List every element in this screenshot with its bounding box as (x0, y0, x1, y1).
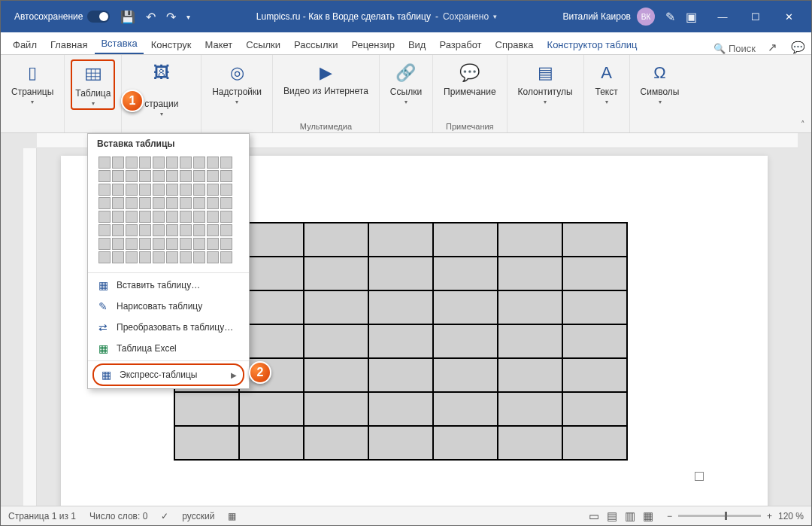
vertical-ruler[interactable] (23, 148, 37, 506)
status-bar: Страница 1 из 1 Число слов: 0 ✓ русский … (1, 506, 811, 525)
convert-icon: ⇄ (97, 321, 109, 333)
tab-file[interactable]: Файл (7, 35, 43, 54)
status-page[interactable]: Страница 1 из 1 (8, 511, 76, 521)
read-view-icon[interactable]: ▤ (607, 509, 617, 523)
collapse-ribbon-icon[interactable]: ˄ (801, 120, 805, 129)
zoom-out-icon[interactable]: − (667, 511, 672, 521)
callout-1: 1 (121, 90, 144, 112)
search-box[interactable]: 🔍 Поиск (714, 43, 756, 54)
document-title: Lumpics.ru - Как в Ворде сделать таблицу (256, 11, 431, 22)
tab-table-design[interactable]: Конструктор таблиц (541, 35, 644, 54)
text-button[interactable]: A Текст ▾ (590, 59, 623, 107)
title-bar: Автосохранение 💾 ↶ ↷ ▾ Lumpics.ru - Как … (1, 1, 811, 32)
qat-dropdown-icon[interactable]: ▾ (186, 13, 190, 21)
tab-review[interactable]: Рецензир (345, 35, 401, 54)
group-symbols: Ω Символы ▾ (630, 55, 690, 132)
group-label-comments: Примечания (446, 120, 494, 131)
group-headerfooter: ▤ Колонтитулы ▾ (508, 55, 584, 132)
status-word-count[interactable]: Число слов: 0 (89, 511, 147, 521)
table-dropdown: Вставка таблицы ▦ Вставить таблицу… ✎ На… (87, 133, 250, 389)
headerfooter-button[interactable]: ▤ Колонтитулы ▾ (514, 59, 577, 107)
web-layout-icon[interactable]: ▦ (643, 509, 653, 523)
submenu-arrow-icon: ▶ (231, 371, 237, 379)
zoom-in-icon[interactable]: + (767, 511, 772, 521)
table-grid-selector[interactable] (88, 152, 249, 271)
pages-button[interactable]: ▯ Страницы ▾ (7, 59, 58, 107)
table-resize-handle[interactable] (695, 472, 704, 481)
zoom-slider[interactable] (678, 515, 761, 517)
status-language[interactable]: русский (182, 511, 214, 521)
toggle-switch-icon[interactable] (87, 11, 110, 23)
user-area[interactable]: Виталий Каиров ВК (562, 8, 655, 26)
close-button[interactable]: ✕ (772, 1, 805, 32)
addins-button[interactable]: ◎ Надстройки ▾ (208, 59, 266, 107)
group-label-media: Мультимедиа (300, 120, 352, 131)
view-buttons: ▭ ▤ ▥ ▦ (589, 509, 653, 523)
tab-help[interactable]: Справка (489, 35, 540, 54)
tab-design[interactable]: Конструк (145, 35, 198, 54)
print-layout-icon[interactable]: ▥ (625, 509, 635, 523)
user-avatar[interactable]: ВК (637, 8, 655, 26)
group-addins: ◎ Надстройки ▾ (201, 55, 273, 132)
links-button[interactable]: 🔗 Ссылки ▾ (386, 59, 426, 107)
tab-view[interactable]: Вид (402, 35, 432, 54)
window-controls: ― ☐ ✕ (706, 1, 805, 32)
focus-view-icon[interactable]: ▭ (589, 509, 599, 523)
comment-button[interactable]: 💬 Примечание (439, 59, 500, 99)
online-video-button[interactable]: ▶ Видео из Интернета (279, 59, 373, 98)
tab-references[interactable]: Ссылки (240, 35, 286, 54)
search-label: Поиск (729, 43, 756, 54)
page-icon: ▯ (20, 61, 44, 85)
undo-icon[interactable]: ↶ (146, 10, 156, 24)
drawing-mode-icon[interactable]: ✎ (665, 10, 675, 24)
group-pages: ▯ Страницы ▾ (1, 55, 65, 132)
menu-quick-tables[interactable]: ▦ Экспресс-таблицы ▶ (92, 363, 244, 386)
maximize-button[interactable]: ☐ (739, 1, 772, 32)
macro-icon[interactable]: ▦ (228, 511, 236, 521)
autosave-toggle[interactable]: Автосохранение (14, 11, 110, 23)
ribbon-tabs: Файл Главная Вставка Конструк Макет Ссыл… (1, 32, 811, 55)
textbox-icon: A (595, 61, 619, 85)
spellcheck-icon[interactable]: ✓ (161, 511, 168, 521)
minimize-button[interactable]: ― (706, 1, 739, 32)
group-comments: 💬 Примечание Примечания (433, 55, 507, 132)
header-icon: ▤ (533, 61, 557, 85)
ribbon-display-icon[interactable]: ▣ (686, 10, 697, 24)
callout-2: 2 (249, 361, 271, 384)
symbols-button[interactable]: Ω Символы ▾ (636, 59, 684, 107)
zoom-level[interactable]: 120 % (778, 511, 804, 521)
menu-convert-table[interactable]: ⇄ Преобразовать в таблицу… (88, 317, 249, 338)
group-links: 🔗 Ссылки ▾ (380, 55, 433, 132)
dropdown-title: Вставка таблицы (88, 134, 249, 152)
draw-table-icon: ✎ (97, 300, 109, 312)
menu-excel-table[interactable]: ▦ Таблица Excel (88, 338, 249, 359)
comment-icon: 💬 (458, 61, 482, 85)
video-icon: ▶ (314, 61, 338, 85)
group-text: A Текст ▾ (584, 55, 630, 132)
save-icon[interactable]: 💾 (120, 10, 135, 24)
tab-home[interactable]: Главная (44, 35, 93, 54)
table-button[interactable]: Таблица ▾ (71, 59, 115, 110)
share-icon[interactable]: ↗ (768, 41, 777, 54)
save-state[interactable]: Сохранено (443, 11, 489, 22)
omega-icon: Ω (648, 61, 672, 85)
addins-icon: ◎ (225, 61, 249, 85)
group-media: ▶ Видео из Интернета Мультимедиа (273, 55, 380, 132)
menu-insert-table[interactable]: ▦ Вставить таблицу… (88, 275, 249, 296)
excel-icon: ▦ (97, 342, 109, 354)
tab-developer[interactable]: Разработ (433, 35, 487, 54)
document-title-area: Lumpics.ru - Как в Ворде сделать таблицу… (190, 11, 562, 22)
quick-tables-icon: ▦ (100, 369, 112, 381)
menu-draw-table[interactable]: ✎ Нарисовать таблицу (88, 296, 249, 317)
pictures-icon: 🖼 (150, 61, 174, 85)
tab-insert[interactable]: Вставка (95, 33, 143, 54)
zoom-control[interactable]: − + 120 % (667, 511, 804, 521)
redo-icon[interactable]: ↷ (166, 10, 176, 24)
tab-mailings[interactable]: Рассылки (288, 35, 344, 54)
comments-icon[interactable]: 💬 (791, 41, 805, 54)
tab-layout[interactable]: Макет (199, 35, 239, 54)
search-icon: 🔍 (714, 43, 726, 54)
group-tables: Таблица ▾ (65, 55, 122, 132)
autosave-label: Автосохранение (14, 11, 83, 22)
insert-table-icon: ▦ (97, 279, 109, 291)
